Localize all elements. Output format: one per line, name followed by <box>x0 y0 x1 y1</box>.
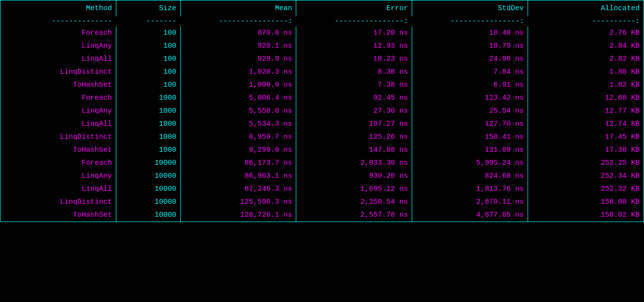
sep-stddev: ----------------: <box>412 16 528 26</box>
cell-alloc: 252.25 KB <box>528 157 644 170</box>
sep-alloc: ----------: <box>528 16 644 26</box>
cell-stddev: 10.79 ns <box>412 39 528 53</box>
cell-size: 100 <box>116 66 180 79</box>
cell-alloc: 1.82 KB <box>528 79 644 92</box>
cell-error: 17.20 ns <box>296 26 412 39</box>
table-row: LinqAny100920.1 ns12.93 ns10.79 ns2.84 K… <box>0 39 644 53</box>
cell-error: 8.38 ns <box>296 66 412 79</box>
cell-method: ToHashSet <box>0 79 116 92</box>
sep-mean: ----------------: <box>180 16 296 26</box>
table-row: ToHashSet1001,000.9 ns7.38 ns6.91 ns1.82… <box>0 79 644 92</box>
cell-method: Foreach <box>0 26 116 39</box>
cell-method: LinqAny <box>0 105 116 118</box>
cell-error: 18.23 ns <box>296 53 412 66</box>
cell-method: LinqDistinct <box>0 196 116 209</box>
cell-stddev: 25.54 ns <box>412 105 528 118</box>
cell-error: 92.45 ns <box>296 92 412 105</box>
cell-method: LinqDistinct <box>0 131 116 144</box>
cell-alloc: 1.88 KB <box>528 66 644 79</box>
cell-stddev: 7.84 ns <box>412 66 528 79</box>
cell-alloc: 158.08 KB <box>528 196 644 209</box>
table-row: Foreach1000086,173.7 ns2,033.30 ns5,995.… <box>0 157 644 170</box>
cell-error: 107.27 ns <box>296 118 412 131</box>
cell-stddev: 123.42 ns <box>412 92 528 105</box>
cell-size: 1000 <box>116 144 180 157</box>
cell-alloc: 12.68 KB <box>528 92 644 105</box>
cell-error: 2,557.78 ns <box>296 209 412 222</box>
cell-alloc: 2.76 KB <box>528 26 644 39</box>
cell-method: LinqAny <box>0 39 116 53</box>
cell-alloc: 17.38 KB <box>528 144 644 157</box>
cell-size: 100 <box>116 26 180 39</box>
cell-alloc: 252.34 KB <box>528 170 644 183</box>
cell-size: 10000 <box>116 196 180 209</box>
sep-error: ----------------: <box>296 16 412 26</box>
cell-mean: 125,590.3 ns <box>180 196 296 209</box>
table-row: LinqAll10005,534.3 ns107.27 ns127.70 ns1… <box>0 118 644 131</box>
cell-alloc: 158.02 KB <box>528 209 644 222</box>
cell-method: LinqAll <box>0 183 116 196</box>
cell-alloc: 12.74 KB <box>528 118 644 131</box>
cell-size: 10000 <box>116 183 180 196</box>
cell-mean: 920.1 ns <box>180 39 296 53</box>
cell-size: 10000 <box>116 170 180 183</box>
cell-stddev: 1,813.76 ns <box>412 183 528 196</box>
cell-mean: 8,959.7 ns <box>180 131 296 144</box>
cell-error: 1,695.12 ns <box>296 183 412 196</box>
header-stddev: StdDev <box>412 0 528 17</box>
cell-error: 2,250.54 ns <box>296 196 412 209</box>
header-row: Method Size Mean Error StdDev Allocated <box>0 0 644 17</box>
cell-method: Foreach <box>0 92 116 105</box>
cell-alloc: 17.45 KB <box>528 131 644 144</box>
cell-mean: 5,534.3 ns <box>180 118 296 131</box>
cell-error: 27.30 ns <box>296 105 412 118</box>
cell-error: 147.88 ns <box>296 144 412 157</box>
cell-stddev: 2,679.11 ns <box>412 196 528 209</box>
cell-size: 10000 <box>116 209 180 222</box>
cell-mean: 87,246.3 ns <box>180 183 296 196</box>
cell-size: 100 <box>116 53 180 66</box>
header-error: Error <box>296 0 412 17</box>
cell-size: 100 <box>116 39 180 53</box>
cell-alloc: 252.32 KB <box>528 183 644 196</box>
sep-method: -------------- <box>0 16 116 26</box>
cell-alloc: 12.77 KB <box>528 105 644 118</box>
table-row: LinqAll100929.9 ns18.23 ns24.96 ns2.82 K… <box>0 53 644 66</box>
benchmark-table: Method Size Mean Error StdDev Allocated … <box>0 0 644 222</box>
cell-size: 100 <box>116 79 180 92</box>
separator-row: -------------- ------- ----------------:… <box>0 16 644 26</box>
cell-mean: 870.8 ns <box>180 26 296 39</box>
table-row: LinqDistinct1001,020.3 ns8.38 ns7.84 ns1… <box>0 66 644 79</box>
cell-mean: 86,963.1 ns <box>180 170 296 183</box>
table-row: Foreach10005,006.4 ns92.45 ns123.42 ns12… <box>0 92 644 105</box>
cell-stddev: 18.40 ns <box>412 26 528 39</box>
cell-size: 1000 <box>116 131 180 144</box>
cell-error: 930.20 ns <box>296 170 412 183</box>
cell-method: Foreach <box>0 157 116 170</box>
cell-stddev: 131.09 ns <box>412 144 528 157</box>
table-row: ToHashSet10009,299.0 ns147.88 ns131.09 n… <box>0 144 644 157</box>
cell-stddev: 24.96 ns <box>412 53 528 66</box>
cell-mean: 1,020.3 ns <box>180 66 296 79</box>
table-row: LinqDistinct10008,959.7 ns125.26 ns158.4… <box>0 131 644 144</box>
cell-method: LinqAll <box>0 118 116 131</box>
cell-size: 1000 <box>116 92 180 105</box>
cell-mean: 929.9 ns <box>180 53 296 66</box>
table-row: LinqAny1000086,963.1 ns930.20 ns824.60 n… <box>0 170 644 183</box>
sep-size: ------- <box>116 16 180 26</box>
cell-size: 10000 <box>116 157 180 170</box>
header-mean: Mean <box>180 0 296 17</box>
cell-mean: 5,550.0 ns <box>180 105 296 118</box>
cell-method: LinqAny <box>0 170 116 183</box>
header-method: Method <box>0 0 116 17</box>
table-row: LinqAny10005,550.0 ns27.30 ns25.54 ns12.… <box>0 105 644 118</box>
cell-stddev: 4,677.05 ns <box>412 209 528 222</box>
cell-error: 12.93 ns <box>296 39 412 53</box>
header-size: Size <box>116 0 180 17</box>
benchmark-table-container: Method Size Mean Error StdDev Allocated … <box>0 0 644 222</box>
cell-stddev: 824.60 ns <box>412 170 528 183</box>
cell-mean: 9,299.0 ns <box>180 144 296 157</box>
cell-stddev: 158.41 ns <box>412 131 528 144</box>
header-alloc: Allocated <box>528 0 644 17</box>
cell-mean: 1,000.9 ns <box>180 79 296 92</box>
